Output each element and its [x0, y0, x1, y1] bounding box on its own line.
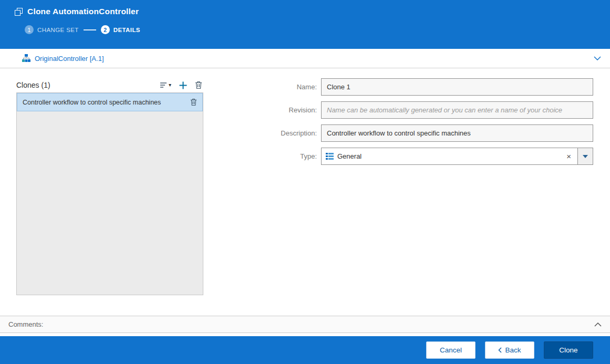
sort-filter-icon: [160, 82, 168, 89]
hierarchy-icon: [22, 54, 30, 63]
revision-label: Revision:: [254, 106, 317, 114]
clone-automationcontroller-dialog: Clone AutomationController 1 CHANGE SET …: [0, 0, 610, 364]
clones-panel-title: Clones (1): [16, 81, 50, 89]
caret-down-icon: ▾: [169, 82, 171, 88]
clone-list: Controller workflow to control specific …: [16, 92, 203, 295]
type-value: General: [337, 152, 361, 160]
step-connector: [84, 29, 96, 30]
chevron-down-icon[interactable]: [594, 56, 601, 60]
back-button[interactable]: Back: [485, 341, 534, 359]
name-input[interactable]: [321, 78, 593, 96]
description-input[interactable]: [321, 124, 593, 142]
description-row: Description:: [254, 124, 593, 142]
remove-clone-button[interactable]: [190, 98, 197, 106]
main-content: Clones (1) ▾: [0, 68, 610, 316]
name-row: Name:: [254, 78, 593, 96]
revision-input[interactable]: [321, 101, 593, 119]
dialog-footer: Cancel Back Clone: [0, 336, 610, 364]
chevron-left-icon: [498, 347, 502, 353]
trash-icon: [195, 81, 202, 89]
description-label: Description:: [254, 129, 317, 137]
caret-down-icon: [583, 155, 588, 158]
trash-icon: [190, 98, 197, 106]
name-label: Name:: [254, 83, 317, 91]
clear-type-button[interactable]: ×: [564, 151, 573, 161]
step-label: CHANGE SET: [37, 27, 79, 33]
step-label: DETAILS: [113, 27, 140, 33]
clones-panel-header: Clones (1) ▾: [16, 78, 203, 92]
comments-section: Comments:: [0, 316, 610, 333]
clone-list-item[interactable]: Controller workflow to control specific …: [17, 93, 203, 111]
cancel-button[interactable]: Cancel: [426, 341, 475, 359]
type-icon: [326, 153, 334, 160]
type-combo: General ×: [321, 148, 593, 165]
step-details[interactable]: 2 DETAILS: [101, 25, 140, 34]
type-label: Type:: [254, 152, 317, 160]
dialog-title: Clone AutomationController: [27, 7, 139, 16]
type-combo-field[interactable]: General ×: [321, 148, 578, 165]
step-number: 1: [25, 25, 34, 34]
details-form: Name: Revision: Description: Type:: [254, 78, 593, 316]
clone-item-label: Controller workflow to control specific …: [23, 99, 185, 106]
step-indicator: 1 CHANGE SET 2 DETAILS: [25, 25, 602, 34]
context-bar: OriginalController [A.1]: [0, 49, 610, 68]
dialog-header: Clone AutomationController 1 CHANGE SET …: [0, 0, 610, 49]
back-button-label: Back: [505, 346, 521, 354]
dialog-title-row: Clone AutomationController: [15, 7, 602, 16]
step-number: 2: [101, 25, 110, 34]
delete-clone-button[interactable]: [195, 81, 202, 89]
clone-icon: [15, 8, 23, 16]
add-clone-button[interactable]: [179, 81, 187, 89]
revision-row: Revision:: [254, 101, 593, 119]
plus-icon: [179, 81, 187, 89]
sort-filter-button[interactable]: ▾: [160, 82, 171, 89]
clones-toolbar: ▾: [160, 81, 203, 89]
clones-panel: Clones (1) ▾: [16, 78, 203, 316]
comments-label: Comments:: [8, 320, 43, 328]
type-dropdown-button[interactable]: [577, 148, 593, 165]
context-object-label: OriginalController [A.1]: [35, 55, 104, 63]
type-row: Type: General ×: [254, 148, 593, 165]
clone-button[interactable]: Clone: [544, 341, 593, 359]
step-change-set[interactable]: 1 CHANGE SET: [25, 25, 79, 34]
chevron-up-icon[interactable]: [594, 323, 602, 327]
